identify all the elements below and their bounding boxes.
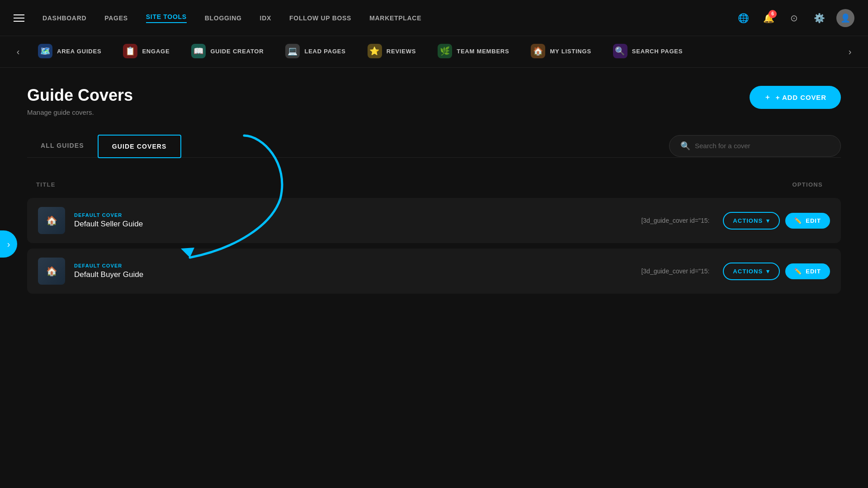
hamburger-menu[interactable]	[14, 14, 24, 22]
sub-nav-label: SEARCH PAGES	[632, 48, 683, 55]
row-info: DEFAULT COVER Default Seller Guide	[74, 212, 641, 229]
col-title-header: TITLE	[36, 181, 651, 188]
top-nav: DASHBOARDPAGESSITE TOOLSBLOGGINGIDXFOLLO…	[0, 0, 868, 36]
actions-label: ACTIONS	[733, 268, 763, 275]
tabs: ALL GUIDESGUIDE COVERS	[27, 134, 181, 157]
search-input[interactable]	[695, 142, 830, 150]
main-content: Guide Covers Manage guide covers. ＋ + AD…	[0, 68, 868, 488]
sub-nav-label: AREA GUIDES	[57, 48, 101, 55]
edit-button[interactable]: ✏️ EDIT	[785, 213, 830, 229]
nav-link-follow-up-boss[interactable]: FOLLOW UP BOSS	[289, 14, 351, 22]
row-shortcode: [3d_guide_cover id="15:	[641, 217, 709, 224]
nav-link-marketplace[interactable]: MARKETPLACE	[369, 14, 421, 22]
nav-link-pages[interactable]: PAGES	[104, 14, 127, 22]
globe-icon[interactable]: 🌐	[735, 10, 751, 26]
page-header: Guide Covers Manage guide covers. ＋ + AD…	[27, 86, 841, 116]
page-title: Guide Covers	[27, 86, 133, 105]
sub-nav-label: TEAM MEMBERS	[457, 48, 509, 55]
actions-button[interactable]: ACTIONS ▾	[723, 212, 780, 230]
sub-nav-item-engage[interactable]: 📋 ENGAGE	[112, 36, 180, 68]
actions-button[interactable]: ACTIONS ▾	[723, 263, 780, 280]
edit-label: EDIT	[806, 268, 821, 275]
chevron-down-icon: ▾	[766, 217, 770, 224]
row-thumb-image: 🏠	[38, 258, 65, 285]
tabs-row: ALL GUIDESGUIDE COVERS 🔍	[27, 134, 841, 158]
row-name: Default Seller Guide	[74, 220, 641, 229]
search-box: 🔍	[669, 135, 841, 157]
row-actions: ACTIONS ▾ ✏️ EDIT	[723, 212, 830, 230]
sub-nav-prev-arrow[interactable]: ‹	[9, 43, 27, 61]
notification-badge: 6	[769, 10, 777, 18]
nav-link-site-tools[interactable]: SITE TOOLS	[146, 13, 187, 23]
table-rows-container: 🏠 DEFAULT COVER Default Seller Guide [3d…	[27, 198, 841, 294]
add-cover-button[interactable]: ＋ + ADD COVER	[750, 86, 841, 109]
row-thumb-image: 🏠	[38, 207, 65, 234]
pencil-icon: ✏️	[794, 268, 802, 275]
sub-nav-icon: 🌿	[438, 44, 452, 58]
sub-nav-icon: 📋	[123, 44, 137, 58]
sub-nav: ‹ 🗺️ AREA GUIDES 📋 ENGAGE 📖 GUIDE CREATO…	[0, 36, 868, 68]
sub-nav-icon: 🏠	[531, 44, 545, 58]
sub-nav-label: ENGAGE	[142, 48, 170, 55]
sub-nav-item-my-listings[interactable]: 🏠 MY LISTINGS	[520, 36, 602, 68]
row-badge: DEFAULT COVER	[74, 263, 641, 268]
edit-label: EDIT	[806, 217, 821, 224]
nav-right: 🌐 🔔 6 ⊙ ⚙️ 👤	[735, 9, 854, 27]
nav-links: DASHBOARDPAGESSITE TOOLSBLOGGINGIDXFOLLO…	[42, 13, 717, 23]
col-options-header: OPTIONS	[651, 181, 832, 188]
sub-nav-item-reviews[interactable]: ⭐ REVIEWS	[357, 36, 427, 68]
sub-nav-icon: 💻	[285, 44, 300, 58]
nav-link-dashboard[interactable]: DASHBOARD	[42, 14, 86, 22]
sub-nav-item-guide-creator[interactable]: 📖 GUIDE CREATOR	[180, 36, 274, 68]
edit-button[interactable]: ✏️ EDIT	[785, 263, 830, 279]
sub-nav-icon: 🔍	[613, 44, 627, 58]
search-icon: 🔍	[680, 141, 690, 151]
notifications-icon[interactable]: 🔔 6	[760, 10, 777, 26]
pencil-icon: ✏️	[794, 217, 802, 224]
nav-link-blogging[interactable]: BLOGGING	[205, 14, 242, 22]
sub-nav-item-team-members[interactable]: 🌿 TEAM MEMBERS	[427, 36, 520, 68]
row-info: DEFAULT COVER Default Buyer Guide	[74, 263, 641, 279]
chevron-down-icon: ▾	[766, 268, 770, 275]
help-icon[interactable]: ⊙	[786, 10, 802, 26]
sub-nav-item-lead-pages[interactable]: 💻 LEAD PAGES	[274, 36, 356, 68]
row-actions: ACTIONS ▾ ✏️ EDIT	[723, 263, 830, 280]
sub-nav-label: GUIDE CREATOR	[210, 48, 264, 55]
table-row: 🏠 DEFAULT COVER Default Buyer Guide [3d_…	[27, 249, 841, 294]
settings-icon[interactable]: ⚙️	[811, 10, 827, 26]
nav-link-idx[interactable]: IDX	[260, 14, 271, 22]
sub-nav-icon: 📖	[191, 44, 206, 58]
sub-nav-icon: ⭐	[368, 44, 382, 58]
table-row: 🏠 DEFAULT COVER Default Seller Guide [3d…	[27, 198, 841, 243]
avatar[interactable]: 👤	[836, 9, 854, 27]
sub-nav-next-arrow[interactable]: ›	[841, 43, 859, 61]
table-header: TITLE OPTIONS	[27, 176, 841, 193]
page-subtitle: Manage guide covers.	[27, 108, 133, 116]
plus-icon: ＋	[764, 93, 771, 102]
row-name: Default Buyer Guide	[74, 270, 641, 279]
page-title-area: Guide Covers Manage guide covers.	[27, 86, 133, 116]
sub-nav-items: 🗺️ AREA GUIDES 📋 ENGAGE 📖 GUIDE CREATOR …	[27, 36, 841, 68]
chevron-right-icon: ›	[7, 239, 10, 249]
sub-nav-item-area-guides[interactable]: 🗺️ AREA GUIDES	[27, 36, 112, 68]
tab-guide-covers[interactable]: GUIDE COVERS	[98, 135, 181, 158]
row-shortcode: [3d_guide_cover id="15:	[641, 267, 709, 275]
sub-nav-item-search-pages[interactable]: 🔍 SEARCH PAGES	[602, 36, 693, 68]
row-thumbnail: 🏠	[38, 258, 65, 285]
row-badge: DEFAULT COVER	[74, 212, 641, 218]
tab-all-guides[interactable]: ALL GUIDES	[27, 135, 98, 158]
add-cover-label: + ADD COVER	[776, 94, 826, 101]
sub-nav-icon: 🗺️	[38, 44, 52, 58]
sub-nav-label: REVIEWS	[387, 48, 416, 55]
sub-nav-label: LEAD PAGES	[304, 48, 345, 55]
row-thumbnail: 🏠	[38, 207, 65, 234]
sub-nav-label: MY LISTINGS	[550, 48, 591, 55]
actions-label: ACTIONS	[733, 217, 763, 224]
